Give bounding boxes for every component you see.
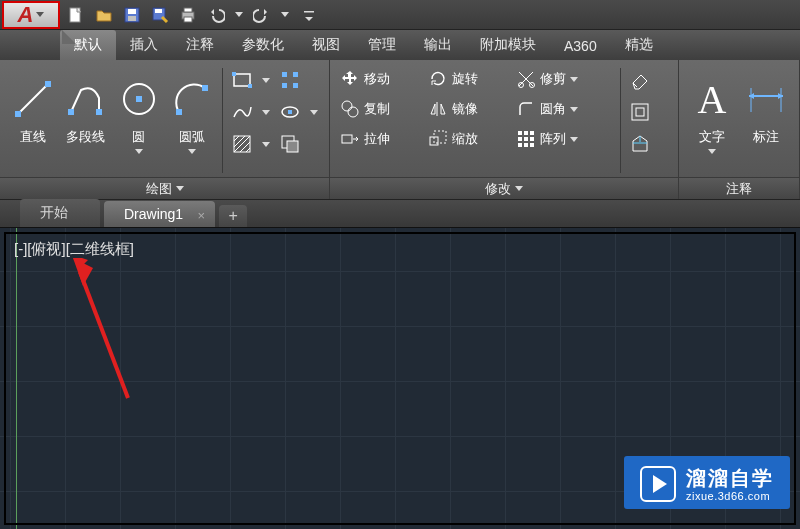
stretch-button[interactable]: 拉伸 bbox=[336, 124, 424, 154]
rectangle-dropdown[interactable] bbox=[257, 66, 275, 94]
qat-undo-button[interactable] bbox=[204, 3, 228, 27]
rotate-button[interactable]: 旋转 bbox=[424, 64, 512, 94]
ellipse-button[interactable] bbox=[228, 98, 256, 126]
canvas-y-axis bbox=[16, 228, 17, 529]
move-button[interactable]: 移动 bbox=[336, 64, 424, 94]
grip-icon bbox=[279, 69, 301, 91]
tab-manage[interactable]: 管理 bbox=[354, 30, 410, 60]
svg-rect-17 bbox=[176, 109, 182, 115]
chevron-down-icon bbox=[310, 110, 318, 115]
viewport-label[interactable]: [-][俯视][二维线框] bbox=[14, 240, 134, 259]
new-tab-button[interactable]: + bbox=[219, 205, 247, 227]
chevron-down-icon bbox=[36, 12, 44, 17]
svg-rect-45 bbox=[530, 131, 534, 135]
polyline-button[interactable]: 多段线 bbox=[59, 64, 112, 177]
qat-redo-dropdown[interactable] bbox=[276, 1, 294, 29]
drawing-canvas[interactable]: [-][俯视][二维线框] 溜溜自学 zixue.3d66.com bbox=[0, 228, 800, 529]
erase-icon bbox=[629, 69, 651, 91]
tab-output[interactable]: 输出 bbox=[410, 30, 466, 60]
svg-rect-38 bbox=[342, 135, 352, 143]
fillet-button[interactable]: 圆角 bbox=[512, 94, 616, 124]
svg-rect-49 bbox=[518, 143, 522, 147]
spline-icon bbox=[231, 101, 253, 123]
qat-saveas-button[interactable] bbox=[148, 3, 172, 27]
misc-draw-1-button[interactable] bbox=[276, 66, 304, 94]
redo-icon bbox=[253, 6, 271, 24]
arc-button[interactable]: 圆弧 bbox=[165, 64, 218, 177]
explode-icon bbox=[629, 133, 651, 155]
hatch-dropdown[interactable] bbox=[257, 130, 275, 158]
qat-new-button[interactable] bbox=[64, 3, 88, 27]
panel-annotate-title[interactable]: 注释 bbox=[679, 177, 799, 199]
trim-button[interactable]: 修剪 bbox=[512, 64, 616, 94]
qat-customize-button[interactable] bbox=[300, 1, 318, 29]
tab-addons[interactable]: 附加模块 bbox=[466, 30, 550, 60]
mirror-icon bbox=[428, 99, 448, 119]
dimension-button[interactable]: 标注 bbox=[739, 64, 793, 177]
tab-annotate[interactable]: 注释 bbox=[172, 30, 228, 60]
tab-insert[interactable]: 插入 bbox=[116, 30, 172, 60]
watermark: 溜溜自学 zixue.3d66.com bbox=[624, 456, 790, 509]
svg-rect-50 bbox=[524, 143, 528, 147]
copy-icon bbox=[340, 99, 360, 119]
qat-undo-dropdown[interactable] bbox=[230, 1, 248, 29]
svg-point-37 bbox=[348, 107, 358, 117]
play-icon bbox=[653, 475, 667, 493]
ellipse-icon bbox=[279, 101, 301, 123]
chevron-down-icon bbox=[135, 149, 143, 154]
svg-rect-44 bbox=[524, 131, 528, 135]
erase-button[interactable] bbox=[626, 66, 654, 94]
svg-rect-29 bbox=[293, 72, 298, 77]
svg-line-23 bbox=[234, 136, 239, 141]
chevron-down-icon bbox=[188, 149, 196, 154]
file-tab-drawing1[interactable]: Drawing1 × bbox=[104, 201, 215, 227]
misc-draw-2-dropdown[interactable] bbox=[305, 98, 323, 126]
svg-rect-28 bbox=[282, 72, 287, 77]
qat-open-button[interactable] bbox=[92, 3, 116, 27]
text-button[interactable]: A 文字 bbox=[685, 64, 739, 177]
offset-icon bbox=[629, 101, 651, 123]
hatch-button[interactable] bbox=[228, 130, 256, 158]
chevron-down-icon bbox=[235, 12, 243, 17]
ellipse-dropdown[interactable] bbox=[257, 98, 275, 126]
copy-button[interactable]: 复制 bbox=[336, 94, 424, 124]
svg-rect-48 bbox=[530, 137, 534, 141]
tab-corner-icon bbox=[62, 30, 76, 44]
chevron-down-icon bbox=[262, 78, 270, 83]
scale-button[interactable]: 缩放 bbox=[424, 124, 512, 154]
misc-draw-3-button[interactable] bbox=[276, 130, 304, 158]
tab-featured[interactable]: 精选 bbox=[611, 30, 667, 60]
tab-a360[interactable]: A360 bbox=[550, 32, 611, 60]
circle-button[interactable]: 圆 bbox=[112, 64, 165, 177]
tab-view[interactable]: 视图 bbox=[298, 30, 354, 60]
scale-icon bbox=[428, 129, 448, 149]
misc-draw-2-button[interactable] bbox=[276, 98, 304, 126]
close-icon[interactable]: × bbox=[198, 208, 206, 223]
open-icon bbox=[95, 6, 113, 24]
dimension-label: 标注 bbox=[753, 128, 779, 146]
explode-button[interactable] bbox=[626, 98, 654, 126]
watermark-url: zixue.3d66.com bbox=[686, 490, 774, 503]
app-menu-button[interactable]: A bbox=[2, 1, 60, 29]
chevron-down-icon bbox=[176, 186, 184, 191]
line-button[interactable]: 直线 bbox=[6, 64, 59, 177]
qat-print-button[interactable] bbox=[176, 3, 200, 27]
rectangle-button[interactable] bbox=[228, 66, 256, 94]
mirror-button[interactable]: 镜像 bbox=[424, 94, 512, 124]
fillet-icon bbox=[516, 99, 536, 119]
svg-rect-53 bbox=[636, 108, 644, 116]
svg-rect-46 bbox=[518, 137, 522, 141]
file-tab-start[interactable]: 开始 bbox=[20, 199, 100, 227]
hatch-icon bbox=[231, 133, 253, 155]
array-icon bbox=[516, 129, 536, 149]
panel-draw-title[interactable]: 绘图 bbox=[0, 177, 329, 199]
tab-parametric[interactable]: 参数化 bbox=[228, 30, 298, 60]
chevron-down-icon bbox=[262, 142, 270, 147]
offset-button[interactable] bbox=[626, 130, 654, 158]
svg-rect-14 bbox=[96, 109, 102, 115]
panel-modify-title[interactable]: 修改 bbox=[330, 177, 678, 199]
qat-redo-button[interactable] bbox=[250, 3, 274, 27]
qat-save-button[interactable] bbox=[120, 3, 144, 27]
array-button[interactable]: 阵列 bbox=[512, 124, 616, 154]
svg-rect-9 bbox=[304, 11, 314, 13]
